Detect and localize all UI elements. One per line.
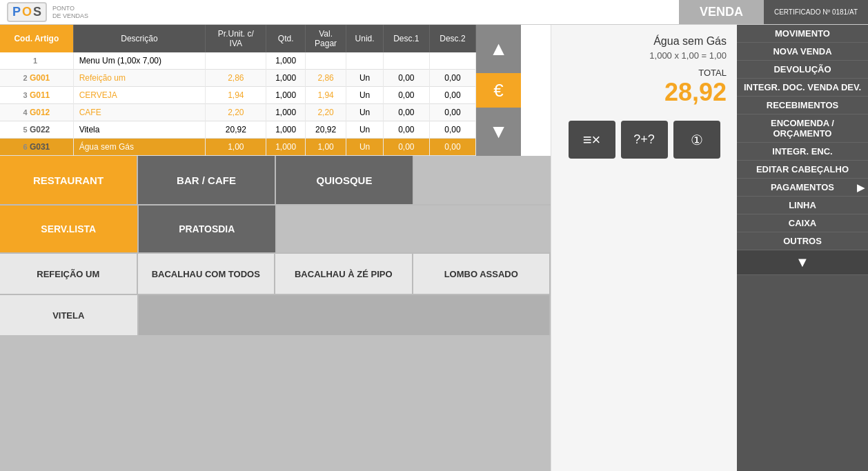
- table-row[interactable]: 5 G022 Vitela 20,92 1,000 20,92 Un 0,00 …: [0, 121, 476, 139]
- row-val: 2,86: [305, 70, 346, 87]
- row-desc2: 0,00: [429, 87, 475, 104]
- list-clear-button[interactable]: ≡×: [569, 121, 615, 159]
- items-table: Cod. Artigo Descrição Pr.Unit. c/IVA Qtd…: [0, 25, 476, 156]
- item-button[interactable]: REFEIÇÃO UM: [0, 254, 138, 294]
- bottom-empty: [0, 335, 551, 471]
- items-row-2: VITELA: [0, 294, 551, 335]
- scroll-down-button[interactable]: ▼: [476, 108, 521, 156]
- item-description: Água sem Gás: [562, 35, 727, 48]
- row-prunit: 2,20: [206, 104, 266, 121]
- venda-button[interactable]: VENDA: [679, 0, 764, 24]
- row-num: 5 G022: [0, 121, 73, 139]
- category-button[interactable]: RESTAURANT: [0, 156, 138, 204]
- row-desc2: 0,00: [429, 139, 475, 156]
- topbar: P O S PONTO DE VENDAS VENDA CERTIFICADO …: [0, 0, 868, 25]
- category-button[interactable]: QUIOSQUE: [276, 156, 414, 204]
- item-button[interactable]: BACALHAU COM TODOS: [138, 254, 276, 294]
- row-qtd: 1,000: [266, 139, 305, 156]
- coin-icon: ①: [691, 132, 703, 148]
- sidebar-item-encomenda---or-amento[interactable]: ENCOMENDA / ORÇAMENTO: [737, 114, 868, 143]
- col-header-val: Val.Pagar: [305, 25, 346, 52]
- items-row-1: REFEIÇÃO UMBACALHAU COM TODOSBACALHAU À …: [0, 252, 551, 294]
- category-button[interactable]: [414, 156, 551, 204]
- row-num: 4 G012: [0, 104, 73, 121]
- row-qtd: 1,000: [266, 52, 305, 70]
- main: Cod. Artigo Descrição Pr.Unit. c/IVA Qtd…: [0, 25, 868, 471]
- col-header-unid: Unid.: [346, 25, 384, 52]
- logo-area: P O S PONTO DE VENDAS: [0, 0, 138, 24]
- sidebar-item-outros[interactable]: OUTROS: [737, 232, 868, 250]
- col-header-qtd: Qtd.: [266, 25, 305, 52]
- row-desc: Menu Um (1,00x 7,00): [73, 52, 206, 70]
- row-unid: Un: [346, 87, 384, 104]
- row-desc1: 0,00: [383, 121, 429, 139]
- row-qtd: 1,000: [266, 87, 305, 104]
- row-desc2: [429, 52, 475, 70]
- sidebar-items-container: MOVIMENTONOVA VENDADEVOLUÇÃOINTEGR. DOC.…: [737, 25, 868, 250]
- item-button[interactable]: BACALHAU À ZÉ PIPO: [275, 254, 413, 294]
- col-header-cod: Cod. Artigo: [0, 25, 73, 52]
- list-clear-icon: ≡×: [583, 131, 601, 149]
- empty-fill: [139, 295, 551, 335]
- table-wrapper: Cod. Artigo Descrição Pr.Unit. c/IVA Qtd…: [0, 25, 551, 156]
- sidebar-item-nova-venda[interactable]: NOVA VENDA: [737, 43, 868, 61]
- row-qtd: 1,000: [266, 104, 305, 121]
- sidebar-item-integr--enc-[interactable]: INTEGR. ENC.: [737, 143, 868, 161]
- row-desc2: 0,00: [429, 121, 475, 139]
- sidebar-item-caixa[interactable]: CAIXA: [737, 214, 868, 232]
- sidebar-item-editar-cabe-alho[interactable]: EDITAR CABEÇALHO: [737, 161, 868, 179]
- sidebar-item-integr--doc--venda-dev-[interactable]: INTEGR. DOC. VENDA DEV.: [737, 79, 868, 97]
- item-button[interactable]: LOMBO ASSADO: [413, 254, 551, 294]
- row-val: 2,20: [305, 104, 346, 121]
- total-label: TOTAL: [562, 68, 727, 78]
- logo-s: S: [33, 5, 41, 19]
- question-plus-icon: ?+?: [633, 132, 655, 147]
- row-prunit: [206, 52, 266, 70]
- col-header-desc2: Desc.2: [429, 25, 475, 52]
- row-unid: Un: [346, 139, 384, 156]
- cert-area: CERTIFICADO Nº 0181/AT: [764, 0, 868, 24]
- item-button[interactable]: VITELA: [0, 295, 139, 335]
- subcategory-button[interactable]: [277, 206, 551, 252]
- subcategory-button[interactable]: SERV.LISTA: [0, 206, 139, 252]
- row-desc: CAFE: [73, 104, 206, 121]
- row-desc1: 0,00: [383, 139, 429, 156]
- info-panel: Água sem Gás 1,000 x 1,00 = 1,00 TOTAL 2…: [551, 25, 737, 471]
- total-value: 28,92: [562, 78, 727, 107]
- row-val: 1,00: [305, 139, 346, 156]
- table-row[interactable]: 4 G012 CAFE 2,20 1,000 2,20 Un 0,00 0,00: [0, 104, 476, 121]
- euro-active-button[interactable]: €: [476, 73, 521, 108]
- coin-button[interactable]: ①: [673, 121, 720, 159]
- subcategory-row: SERV.LISTAPRATOSDIA: [0, 204, 551, 252]
- table-row[interactable]: 3 G011 CERVEJA 1,94 1,000 1,94 Un 0,00 0…: [0, 87, 476, 104]
- sidebar-item-pagamentos[interactable]: PAGAMENTOS▶: [737, 179, 868, 197]
- row-desc: Vitela: [73, 121, 206, 139]
- sidebar-item-movimento[interactable]: MOVIMENTO: [737, 25, 868, 43]
- row-num: 6 G031: [0, 139, 73, 156]
- subcategory-button[interactable]: PRATOSDIA: [139, 206, 277, 252]
- table-arrows: ▲ € ▼: [476, 25, 521, 156]
- row-desc2: 0,00: [429, 104, 475, 121]
- table-row[interactable]: 6 G031 Água sem Gás 1,00 1,000 1,00 Un 0…: [0, 139, 476, 156]
- sidebar-item-devolu--o[interactable]: DEVOLUÇÃO: [737, 61, 868, 79]
- row-prunit: 1,94: [206, 87, 266, 104]
- table-area: Cod. Artigo Descrição Pr.Unit. c/IVA Qtd…: [0, 25, 476, 156]
- question-plus-button[interactable]: ?+?: [621, 121, 668, 159]
- row-desc: CERVEJA: [73, 87, 206, 104]
- table-row[interactable]: 1 Menu Um (1,00x 7,00) 1,000: [0, 52, 476, 70]
- col-header-desc1: Desc.1: [383, 25, 429, 52]
- item-calculation: 1,000 x 1,00 = 1,00: [562, 50, 727, 61]
- row-qtd: 1,000: [266, 121, 305, 139]
- sidebar-item-recebimentos[interactable]: RECEBIMENTOS: [737, 97, 868, 114]
- action-buttons: ≡× ?+? ①: [569, 121, 720, 159]
- row-desc: Água sem Gás: [73, 139, 206, 156]
- sidebar-scroll-down[interactable]: ▼: [737, 250, 868, 275]
- logo-box: P O S: [7, 2, 47, 22]
- row-desc2: 0,00: [429, 70, 475, 87]
- row-unid: Un: [346, 121, 384, 139]
- scroll-up-button[interactable]: ▲: [476, 25, 521, 73]
- ponto-text: PONTO DE VENDAS: [52, 5, 88, 20]
- category-button[interactable]: BAR / CAFE: [138, 156, 276, 204]
- sidebar-item-linha[interactable]: LINHA: [737, 197, 868, 214]
- table-row[interactable]: 2 G001 Refeição um 2,86 1,000 2,86 Un 0,…: [0, 70, 476, 87]
